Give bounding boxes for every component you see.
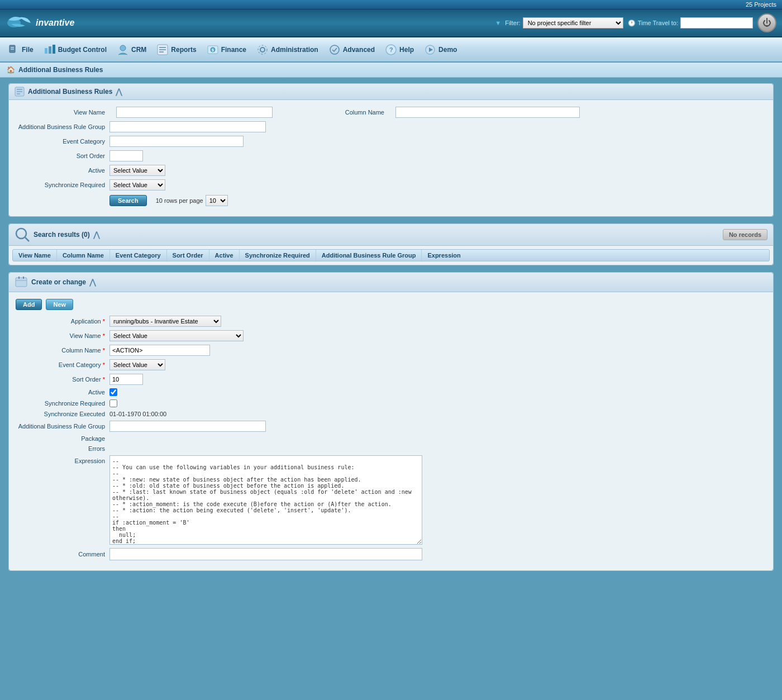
home-icon[interactable]: 🏠: [7, 66, 15, 74]
time-travel-input[interactable]: [680, 17, 753, 28]
view-name-input[interactable]: [116, 107, 273, 118]
nav-label-reports: Reports: [171, 46, 196, 54]
nav-item-administration[interactable]: Administration: [252, 41, 323, 58]
search-action-row: Search 10 rows per page 10 25 50: [16, 195, 766, 206]
filter-label: Filter:: [505, 20, 521, 26]
package-label: Package: [16, 435, 105, 442]
nav-label-crm: CRM: [131, 46, 146, 54]
svg-text:$: $: [212, 48, 214, 53]
view-name-create-select[interactable]: Select Value: [109, 330, 244, 341]
sort-order-label: Sort Order: [16, 153, 105, 159]
nav-item-finance[interactable]: $ Finance: [202, 41, 251, 58]
topbar: invantive ▼ Filter: No project specific …: [0, 9, 782, 37]
nav-item-file[interactable]: File: [3, 41, 38, 58]
errors-label: Errors: [16, 445, 105, 452]
demo-icon: [424, 44, 436, 56]
sort-order-input[interactable]: [109, 150, 143, 161]
top-info-bar: 25 Projects: [0, 0, 782, 9]
view-column-row: View Name Column Name: [16, 107, 766, 118]
nav-item-demo[interactable]: Demo: [419, 41, 461, 58]
abr-group-create-input[interactable]: [109, 421, 266, 432]
reports-icon: [156, 44, 169, 56]
expression-row: Expression -- -- You can use the followi…: [16, 455, 766, 545]
search-button[interactable]: Search: [109, 195, 147, 206]
filter-select[interactable]: No project specific filter: [523, 17, 623, 28]
event-category-label: Event Category: [16, 138, 105, 145]
event-category-create-select[interactable]: Select Value: [109, 359, 165, 370]
column-name-label: Column Name: [295, 109, 384, 116]
col-active[interactable]: Active: [209, 250, 240, 261]
nav-item-help[interactable]: ? Help: [380, 41, 418, 58]
main-content: Additional Business Rules ⋀ View Name Co…: [0, 78, 782, 583]
budget-icon: [44, 44, 56, 56]
nav-item-budget-control[interactable]: Budget Control: [39, 41, 111, 58]
svg-rect-28: [16, 278, 27, 287]
add-button[interactable]: Add: [16, 299, 42, 310]
application-select[interactable]: running/bubs - Invantive Estate: [109, 316, 221, 327]
col-abr-group[interactable]: Additional Business Rule Group: [316, 250, 422, 261]
nav-item-crm[interactable]: CRM: [112, 41, 151, 58]
package-row: Package: [16, 435, 766, 442]
required-marker-2: *: [103, 332, 105, 339]
logo: invantive: [6, 12, 74, 34]
abr-group-input[interactable]: [109, 121, 266, 132]
search-panel-icon: [15, 87, 25, 97]
active-checkbox[interactable]: [109, 388, 117, 396]
power-button[interactable]: ⏻: [757, 13, 776, 32]
col-column-name[interactable]: Column Name: [57, 250, 110, 261]
logo-text: invantive: [36, 18, 74, 28]
abr-group-row: Additional Business Rule Group: [16, 121, 766, 132]
col-view-name[interactable]: View Name: [13, 250, 57, 261]
svg-line-27: [25, 237, 29, 241]
nav-item-advanced[interactable]: Advanced: [324, 41, 379, 58]
column-name-create-input[interactable]: [109, 345, 210, 356]
file-icon: [7, 44, 20, 56]
create-panel-collapse[interactable]: ⋀: [89, 278, 96, 287]
sync-required-select[interactable]: Select Value Yes No: [109, 179, 165, 191]
svg-point-26: [16, 228, 26, 239]
breadcrumb: 🏠 Additional Business Rules: [0, 63, 782, 78]
svg-point-16: [258, 45, 267, 54]
nav-item-reports[interactable]: Reports: [152, 41, 201, 58]
sync-required-row: Synchronize Required Select Value Yes No: [16, 179, 766, 191]
new-button[interactable]: New: [46, 299, 73, 310]
expression-textarea[interactable]: -- -- You can use the following variable…: [109, 455, 422, 545]
required-marker: *: [103, 318, 105, 325]
event-category-input[interactable]: [109, 136, 244, 147]
required-marker-4: *: [103, 361, 105, 368]
create-panel: Create or change ⋀ Add New Application *…: [8, 272, 774, 571]
sync-executed-value: 01-01-1970 01:00:00: [109, 411, 166, 417]
create-panel-title: Create or change: [31, 278, 86, 286]
create-event-category-label: Event Category *: [16, 361, 105, 368]
col-sync-required[interactable]: Synchronize Required: [240, 250, 316, 261]
svg-rect-6: [53, 45, 55, 54]
rows-per-page-text: 10 rows per page: [156, 197, 203, 204]
navbar: File Budget Control CRM Reports $ Financ…: [0, 37, 782, 63]
projects-count: 25 Projects: [746, 1, 776, 8]
required-marker-3: *: [103, 347, 105, 354]
sort-order-create-input[interactable]: [109, 374, 143, 385]
advanced-icon: [328, 44, 341, 56]
col-event-category[interactable]: Event Category: [110, 250, 167, 261]
results-panel-collapse[interactable]: ⋀: [93, 230, 99, 239]
sync-required-label: Synchronize Required: [16, 182, 105, 188]
comment-row: Comment: [16, 548, 766, 560]
col-sort-order[interactable]: Sort Order: [167, 250, 209, 261]
create-sort-order-label: Sort Order *: [16, 376, 105, 383]
col-expression[interactable]: Expression: [422, 250, 466, 261]
admin-icon: [256, 44, 269, 56]
comment-input[interactable]: [109, 548, 422, 560]
sync-required-checkbox[interactable]: [109, 399, 117, 407]
rows-per-page-select[interactable]: 10 25 50: [206, 195, 228, 206]
create-panel-icon: [15, 275, 28, 289]
filter-section: ▼ Filter: No project specific filter: [495, 17, 623, 28]
logo-icon: [6, 12, 34, 34]
application-label: Application *: [16, 318, 105, 325]
column-name-input[interactable]: [395, 107, 580, 118]
search-panel-collapse[interactable]: ⋀: [116, 87, 122, 96]
create-active-label: Active: [16, 389, 105, 396]
help-icon: ?: [385, 44, 397, 56]
event-category-row: Event Category: [16, 136, 766, 147]
active-select[interactable]: Select Value Yes No: [109, 165, 165, 176]
nav-label-budget-control: Budget Control: [58, 46, 107, 54]
